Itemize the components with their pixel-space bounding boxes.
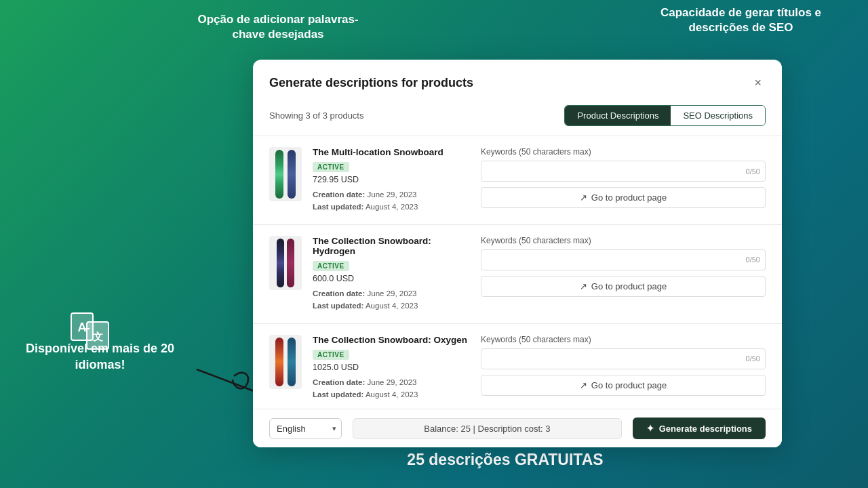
product-actions-3: Keywords (50 characters max) 0/50 ↗ Go t…: [481, 335, 766, 396]
product-price-2: 600.0 USD: [313, 274, 470, 283]
modal-toolbar: Showing 3 of 3 products Product Descript…: [253, 98, 782, 136]
external-link-icon-2: ↗: [580, 281, 587, 291]
last-updated-2: August 4, 2023: [366, 302, 418, 310]
external-link-icon-3: ↗: [580, 380, 587, 390]
external-link-icon-1: ↗: [580, 192, 587, 203]
product-name-3: The Collection Snowboard: Oxygen: [313, 335, 470, 345]
showing-text: Showing 3 of 3 products: [269, 110, 363, 121]
creation-date-label-2: Creation date:: [313, 289, 365, 298]
table-row: The Collection Snowboard: Oxygen ACTIVE …: [253, 323, 782, 412]
tab-product-descriptions[interactable]: Product Descriptions: [565, 106, 671, 125]
sparkle-icon: ✦: [646, 423, 654, 434]
modal: Generate descriptions for products × Sho…: [253, 60, 782, 447]
keywords-count-1: 0/50: [746, 167, 760, 176]
last-updated-label-1: Last updated:: [313, 203, 363, 211]
balance-info: Balance: 25 | Description cost: 3: [353, 418, 622, 439]
product-name-1: The Multi-location Snowboard: [313, 147, 470, 157]
close-button[interactable]: ×: [750, 75, 766, 92]
product-image-2: [269, 236, 302, 290]
product-dates-1: Creation date: June 29, 2023 Last update…: [313, 188, 470, 214]
table-row: The Collection Snowboard: Hydrogen ACTIV…: [253, 224, 782, 323]
keywords-input-1[interactable]: [481, 161, 766, 182]
keywords-input-wrap-1: 0/50: [481, 161, 766, 182]
product-list: The Multi-location Snowboard ACTIVE 729.…: [253, 136, 782, 447]
annotation-bottom: 25 descrições GRATUITAS: [387, 451, 624, 469]
tab-seo-descriptions[interactable]: SEO Descriptions: [671, 106, 765, 125]
generate-label: Generate descriptions: [659, 424, 752, 434]
svg-text:A: A: [78, 321, 87, 334]
keywords-count-3: 0/50: [746, 354, 760, 363]
last-updated-label-3: Last updated:: [313, 390, 363, 399]
product-badge-3: ACTIVE: [313, 350, 349, 360]
product-actions-1: Keywords (50 characters max) 0/50 ↗ Go t…: [481, 147, 766, 208]
product-info-3: The Collection Snowboard: Oxygen ACTIVE …: [313, 335, 470, 401]
keywords-input-wrap-3: 0/50: [481, 348, 766, 369]
modal-footer: English Spanish French Portuguese German…: [253, 409, 782, 447]
keywords-input-3[interactable]: [481, 348, 766, 369]
go-to-product-label-3: Go to product page: [591, 380, 667, 390]
last-updated-3: August 4, 2023: [366, 390, 418, 399]
go-to-product-label-2: Go to product page: [591, 281, 667, 291]
product-price-3: 1025.0 USD: [313, 363, 470, 372]
product-price-1: 729.95 USD: [313, 175, 470, 184]
product-name-2: The Collection Snowboard: Hydrogen: [313, 236, 470, 256]
annotation-mid-left: Disponível em mais de 20 idiomas!: [17, 341, 183, 373]
keywords-label-1: Keywords (50 characters max): [481, 147, 766, 157]
product-badge-1: ACTIVE: [313, 162, 349, 172]
go-to-product-label-1: Go to product page: [591, 192, 667, 203]
language-select-wrap: English Spanish French Portuguese German…: [269, 418, 342, 439]
go-to-product-button-3[interactable]: ↗ Go to product page: [481, 375, 766, 396]
creation-date-2: June 29, 2023: [368, 289, 417, 298]
keywords-label-2: Keywords (50 characters max): [481, 236, 766, 245]
go-to-product-button-2[interactable]: ↗ Go to product page: [481, 276, 766, 297]
product-image-3: [269, 335, 302, 389]
keywords-label-3: Keywords (50 characters max): [481, 335, 766, 344]
product-info-2: The Collection Snowboard: Hydrogen ACTIV…: [313, 236, 470, 312]
annotation-top-right: Capacidade de gerar títulos e descrições…: [644, 5, 837, 35]
modal-header: Generate descriptions for products ×: [253, 60, 782, 98]
last-updated-1: August 4, 2023: [366, 203, 418, 211]
product-dates-3: Creation date: June 29, 2023 Last update…: [313, 376, 470, 401]
product-info-1: The Multi-location Snowboard ACTIVE 729.…: [313, 147, 470, 214]
creation-date-3: June 29, 2023: [368, 378, 417, 386]
product-dates-2: Creation date: June 29, 2023 Last update…: [313, 287, 470, 312]
creation-date-1: June 29, 2023: [368, 190, 417, 199]
language-select[interactable]: English Spanish French Portuguese German…: [269, 418, 342, 439]
product-image-1: [269, 147, 302, 201]
product-badge-2: ACTIVE: [313, 261, 349, 271]
modal-title: Generate descriptions for products: [269, 76, 473, 90]
generate-descriptions-button[interactable]: ✦ Generate descriptions: [633, 418, 766, 439]
last-updated-label-2: Last updated:: [313, 302, 363, 310]
keywords-input-2[interactable]: [481, 249, 766, 270]
annotation-top-left: Opção de adicionar palavras-chave deseja…: [193, 12, 363, 42]
table-row: The Multi-location Snowboard ACTIVE 729.…: [253, 136, 782, 224]
creation-date-label-1: Creation date:: [313, 190, 365, 199]
go-to-product-button-1[interactable]: ↗ Go to product page: [481, 187, 766, 208]
keywords-count-2: 0/50: [746, 256, 760, 264]
keywords-input-wrap-2: 0/50: [481, 249, 766, 270]
tab-group: Product Descriptions SEO Descriptions: [564, 105, 766, 126]
product-actions-2: Keywords (50 characters max) 0/50 ↗ Go t…: [481, 236, 766, 297]
creation-date-label-3: Creation date:: [313, 378, 365, 386]
